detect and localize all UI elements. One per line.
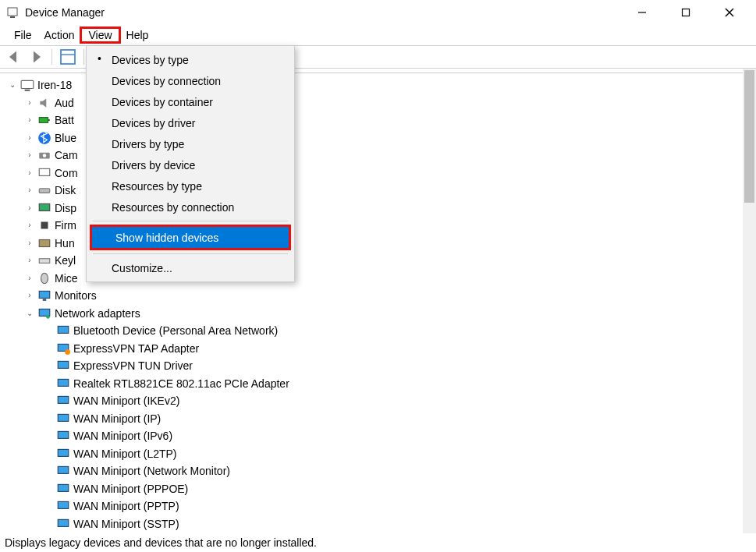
back-button[interactable] [5,48,23,66]
tree-label: Network adapters [55,305,140,323]
tree-label: ExpressVPN TUN Driver [73,357,193,375]
tree-item[interactable]: WAN Miniport (PPTP) [6,497,756,515]
svg-rect-11 [48,119,50,121]
chevron-right-icon[interactable]: › [23,200,36,218]
svg-rect-37 [58,502,69,509]
tree-category-network[interactable]: ⌄ Network adapters [6,305,756,323]
menu-file[interactable]: File [8,27,38,43]
menu-help[interactable]: Help [120,27,155,43]
chevron-right-icon[interactable]: › [23,165,36,182]
svg-rect-29 [58,362,69,369]
chevron-down-icon[interactable]: ⌄ [6,76,19,94]
tree-label: WAN Miniport (PPPOE) [73,480,188,498]
adapter-icon [56,359,70,373]
battery-icon [37,113,51,127]
camera-icon [37,148,51,162]
chevron-down-icon[interactable]: ⌄ [23,305,36,323]
chevron-right-icon[interactable]: › [23,182,36,200]
svg-rect-8 [21,81,34,89]
svg-rect-30 [58,379,69,386]
chevron-right-icon[interactable]: › [23,287,36,305]
menu-resources-by-connection[interactable]: Resources by connection [88,196,293,218]
vertical-scrollbar[interactable] [743,69,756,533]
svg-rect-10 [39,118,48,123]
adapter-icon [56,377,70,391]
tree-label: Aud [55,94,74,112]
tree-item[interactable]: WAN Miniport (IP) [6,410,756,428]
tree-item[interactable]: WAN Miniport (PPPOE) [6,480,756,498]
statusbar: Displays legacy devices and devices that… [0,533,756,552]
svg-point-14 [43,154,47,158]
tree-item[interactable]: WAN Miniport (Network Monitor) [6,462,756,480]
properties-button[interactable] [59,48,77,66]
menu-devices-by-connection[interactable]: Devices by connection [88,70,293,91]
menu-devices-by-container[interactable]: Devices by container [88,91,293,112]
adapter-icon [56,499,70,513]
chevron-right-icon[interactable]: › [23,235,36,253]
close-button[interactable] [719,2,740,23]
menu-action[interactable]: Action [38,27,81,43]
svg-rect-36 [58,484,69,491]
adapter-icon [56,394,70,408]
menu-customize[interactable]: Customize... [88,257,293,278]
chevron-right-icon[interactable]: › [23,217,36,235]
svg-rect-35 [58,467,69,474]
bluetooth-icon [37,131,51,145]
tree-item[interactable]: WAN Miniport (IKEv2) [6,392,756,410]
tree-label: ExpressVPN TAP Adapter [73,340,199,358]
chevron-right-icon[interactable]: › [23,147,36,165]
monitor-icon [37,288,51,303]
tree-category-monitors[interactable]: › Monitors [6,287,756,305]
menu-devices-by-driver[interactable]: Devices by driver [88,112,293,133]
svg-point-28 [65,349,70,355]
tree-item[interactable]: WAN Miniport (L2TP) [6,445,756,463]
scrollbar-thumb[interactable] [744,70,754,203]
tree-item[interactable]: ExpressVPN TAP Adapter [6,340,756,358]
tree-label: Realtek RTL8821CE 802.11ac PCIe Adapter [73,375,289,393]
tree-item[interactable]: ExpressVPN TUN Driver [6,357,756,375]
toolbar-separator [51,49,52,65]
adapter-icon [56,517,70,531]
svg-rect-9 [25,90,30,91]
tree-label: WAN Miniport (IP) [73,410,161,428]
minimize-button[interactable] [631,2,653,23]
tree-item[interactable]: Realtek RTL8821CE 802.11ac PCIe Adapter [6,375,756,393]
menu-drivers-by-device[interactable]: Drivers by device [88,154,293,175]
svg-point-21 [41,273,48,284]
keyboard-icon [37,253,51,267]
maximize-button[interactable] [675,2,697,23]
svg-rect-26 [58,327,69,334]
menu-view[interactable]: View [80,27,119,43]
menu-drivers-by-type[interactable]: Drivers by type [88,133,293,154]
menu-devices-by-type[interactable]: Devices by type [88,49,293,70]
forward-button[interactable] [27,48,45,66]
svg-rect-20 [39,259,50,264]
tree-item[interactable]: Bluetooth Device (Personal Area Network) [6,322,756,340]
chevron-right-icon[interactable]: › [23,129,36,147]
tree-item[interactable]: WAN Miniport (IPv6) [6,427,756,445]
tree-label: WAN Miniport (PPTP) [73,497,179,515]
menu-show-hidden-devices[interactable]: Show hidden devices [92,227,289,248]
window-title: Device Manager [25,6,105,19]
computer-icon [20,78,34,92]
svg-rect-38 [58,519,69,526]
titlebar: Device Manager [0,0,756,25]
tree-item[interactable]: WAN Miniport (SSTP) [6,515,756,533]
chip-icon [37,218,51,232]
toolbar-separator [83,49,84,65]
adapter-icon [56,447,70,461]
svg-rect-19 [39,239,50,246]
view-menu-dropdown: Devices by type Devices by connection De… [86,45,295,282]
svg-rect-33 [58,432,69,439]
svg-rect-23 [43,299,47,301]
chevron-right-icon[interactable]: › [23,111,36,129]
chevron-right-icon[interactable]: › [23,94,36,112]
tree-label: Disp [55,200,76,218]
network-icon [37,306,51,320]
menu-resources-by-type[interactable]: Resources by type [88,175,293,196]
chevron-right-icon[interactable]: › [23,270,36,288]
tree-label: WAN Miniport (IPv6) [73,427,172,445]
chevron-right-icon[interactable]: › [23,252,36,270]
tree-label: WAN Miniport (IKEv2) [73,392,179,410]
adapter-icon [56,412,70,426]
